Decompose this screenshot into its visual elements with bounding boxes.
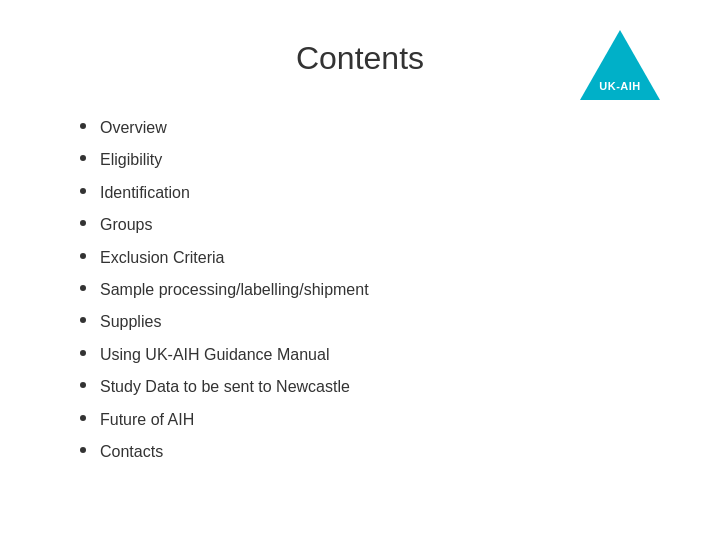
list-item: Identification [80,182,660,204]
logo-shape: UK-AIH [580,30,660,100]
list-item: Groups [80,214,660,236]
list-item: Overview [80,117,660,139]
list-item-label: Eligibility [100,149,162,171]
logo-text: UK-AIH [599,80,641,92]
bullet-dot [80,415,86,421]
slide: Contents UK-AIH OverviewEligibilityIdent… [0,0,720,540]
slide-title: Contents [296,40,424,77]
bullet-dot [80,382,86,388]
list-item-label: Supplies [100,311,161,333]
list-item: Using UK-AIH Guidance Manual [80,344,660,366]
list-item: Eligibility [80,149,660,171]
list-item-label: Future of AIH [100,409,194,431]
contents-list: OverviewEligibilityIdentificationGroupsE… [80,117,660,463]
slide-content: OverviewEligibilityIdentificationGroupsE… [60,117,660,463]
list-item: Supplies [80,311,660,333]
list-item: Exclusion Criteria [80,247,660,269]
list-item: Sample processing/labelling/shipment [80,279,660,301]
list-item-label: Groups [100,214,152,236]
list-item-label: Identification [100,182,190,204]
uk-aih-logo: UK-AIH [580,30,660,100]
bullet-dot [80,253,86,259]
list-item-label: Study Data to be sent to Newcastle [100,376,350,398]
bullet-dot [80,155,86,161]
list-item-label: Overview [100,117,167,139]
bullet-dot [80,220,86,226]
list-item: Contacts [80,441,660,463]
slide-header: Contents UK-AIH [60,40,660,77]
bullet-dot [80,285,86,291]
list-item-label: Contacts [100,441,163,463]
list-item-label: Exclusion Criteria [100,247,224,269]
list-item-label: Using UK-AIH Guidance Manual [100,344,329,366]
bullet-dot [80,123,86,129]
bullet-dot [80,188,86,194]
bullet-dot [80,317,86,323]
bullet-dot [80,350,86,356]
bullet-dot [80,447,86,453]
list-item: Study Data to be sent to Newcastle [80,376,660,398]
list-item: Future of AIH [80,409,660,431]
list-item-label: Sample processing/labelling/shipment [100,279,369,301]
